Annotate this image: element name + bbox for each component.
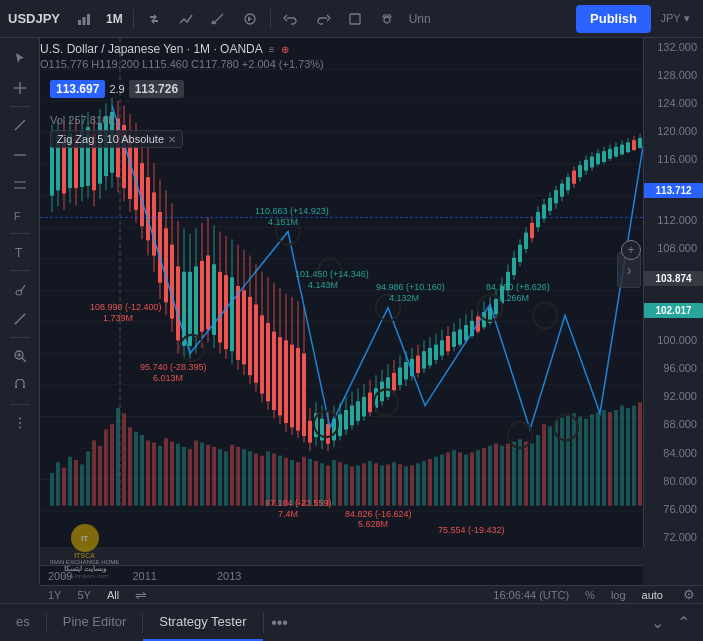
auto-toggle[interactable]: auto bbox=[642, 589, 663, 601]
svg-text:95.740 (-28.395): 95.740 (-28.395) bbox=[140, 360, 206, 371]
compare-btn[interactable] bbox=[140, 5, 168, 33]
channel-btn[interactable] bbox=[6, 171, 34, 199]
svg-rect-51 bbox=[98, 446, 102, 506]
svg-text:4.143M: 4.143M bbox=[308, 279, 338, 290]
currency-dropdown[interactable]: JPY ▾ bbox=[655, 5, 695, 33]
range-5y[interactable]: 5Y bbox=[77, 589, 90, 601]
svg-rect-317 bbox=[572, 171, 576, 184]
current-time: 16:06:44 (UTC) bbox=[493, 589, 569, 601]
zoom-btn[interactable] bbox=[6, 342, 34, 370]
range-all[interactable]: All bbox=[107, 589, 119, 601]
sep5 bbox=[10, 404, 30, 405]
magnet-btn[interactable] bbox=[6, 372, 34, 400]
compare-icon[interactable]: ⇌ bbox=[135, 587, 147, 603]
svg-rect-335 bbox=[626, 142, 630, 152]
chart-pin-icon: ⊕ bbox=[281, 44, 289, 55]
svg-rect-215 bbox=[266, 323, 270, 401]
tab-more-btn[interactable]: ••• bbox=[264, 604, 296, 641]
replay-btn[interactable] bbox=[236, 5, 264, 33]
svg-rect-62 bbox=[164, 438, 168, 505]
svg-rect-73 bbox=[230, 445, 234, 506]
brush-btn[interactable] bbox=[6, 275, 34, 303]
price-change: 2.9 bbox=[109, 83, 124, 95]
svg-rect-71 bbox=[218, 449, 222, 506]
svg-rect-229 bbox=[308, 421, 312, 443]
sep3 bbox=[10, 270, 30, 271]
svg-rect-323 bbox=[590, 157, 594, 168]
svg-text:101.450 (+14.346): 101.450 (+14.346) bbox=[295, 268, 369, 279]
svg-rect-97 bbox=[374, 463, 378, 505]
svg-rect-50 bbox=[92, 440, 96, 505]
svg-text:T: T bbox=[15, 246, 23, 259]
sep bbox=[10, 106, 30, 107]
tab-es[interactable]: es bbox=[0, 604, 46, 641]
time-axis: 2009 2011 2013 bbox=[40, 565, 643, 585]
chart-canvas[interactable]: 110.663 (+14.923) 4.151M 101.450 (+14.34… bbox=[40, 38, 643, 547]
svg-rect-5 bbox=[350, 14, 360, 24]
chart-type-btn[interactable] bbox=[70, 5, 98, 33]
left-toolbar: F T bbox=[0, 38, 40, 585]
tab-expand-btn[interactable]: ⌃ bbox=[671, 611, 695, 635]
tab-pine-editor[interactable]: Pine Editor bbox=[47, 604, 143, 641]
tab-more-icon: ••• bbox=[271, 614, 288, 632]
svg-rect-113 bbox=[470, 452, 474, 505]
top-toolbar: USDJPY 1M Unn Publish JPY ▾ bbox=[0, 0, 703, 38]
add-crosshair-btn[interactable]: + bbox=[621, 240, 641, 260]
fullscreen-btn[interactable] bbox=[341, 5, 369, 33]
undo-btn[interactable] bbox=[277, 5, 305, 33]
cursor-btn[interactable] bbox=[6, 44, 34, 72]
svg-text:108.990 (-12.400): 108.990 (-12.400) bbox=[90, 301, 161, 312]
svg-rect-103 bbox=[410, 465, 414, 505]
svg-rect-107 bbox=[434, 457, 438, 506]
redo-btn[interactable] bbox=[309, 5, 337, 33]
chart-title: U.S. Dollar / Japanese Yen · 1M · OANDA … bbox=[40, 42, 324, 56]
tab-collapse-btn[interactable]: ⌄ bbox=[645, 611, 669, 635]
publish-btn[interactable]: Publish bbox=[576, 5, 651, 33]
indicator-close-btn[interactable]: ✕ bbox=[168, 134, 176, 145]
tab-strategy-tester[interactable]: Strategy Tester bbox=[143, 604, 262, 641]
svg-rect-281 bbox=[464, 325, 468, 340]
tab-arrows: ⌄ ⌃ bbox=[645, 611, 703, 635]
svg-rect-124 bbox=[536, 435, 540, 506]
log-toggle[interactable]: log bbox=[611, 589, 626, 601]
range-1y[interactable]: 1Y bbox=[48, 589, 61, 601]
svg-rect-44 bbox=[56, 462, 60, 506]
percent-toggle[interactable]: % bbox=[585, 589, 595, 601]
current-price: 113.697 bbox=[50, 80, 105, 98]
svg-rect-225 bbox=[296, 348, 300, 431]
snapshot-btn[interactable] bbox=[373, 5, 401, 33]
svg-rect-93 bbox=[350, 467, 354, 506]
svg-rect-257 bbox=[392, 373, 396, 390]
svg-rect-265 bbox=[416, 356, 420, 373]
fibonnaci-btn[interactable]: F bbox=[6, 201, 34, 229]
measure-btn[interactable] bbox=[6, 305, 34, 333]
text-btn[interactable]: T bbox=[6, 238, 34, 266]
svg-rect-54 bbox=[116, 408, 120, 506]
svg-rect-137 bbox=[614, 410, 618, 506]
svg-rect-75 bbox=[242, 449, 246, 506]
crosshair-btn[interactable] bbox=[6, 74, 34, 102]
svg-rect-72 bbox=[224, 451, 228, 505]
svg-rect-331 bbox=[614, 147, 618, 157]
svg-rect-78 bbox=[260, 456, 264, 506]
itsca-arabic: وبسایت ایتسکا bbox=[64, 565, 106, 573]
horizontal-line-btn[interactable] bbox=[6, 141, 34, 169]
more-tools-btn[interactable] bbox=[6, 409, 34, 437]
svg-rect-319 bbox=[578, 165, 582, 177]
itsca-brand: ITSCA bbox=[74, 552, 95, 559]
timeframe-btn[interactable]: 1M bbox=[102, 5, 127, 33]
settings-gear-btn[interactable]: ⚙ bbox=[683, 587, 695, 602]
symbol-label[interactable]: USDJPY bbox=[8, 11, 60, 26]
svg-rect-99 bbox=[386, 464, 390, 505]
trendline-btn[interactable] bbox=[6, 111, 34, 139]
svg-rect-305 bbox=[536, 212, 540, 227]
current-price-tag: 113.712 bbox=[644, 183, 703, 198]
svg-rect-68 bbox=[200, 443, 204, 506]
svg-rect-47 bbox=[74, 460, 78, 506]
tab-pine-editor-label: Pine Editor bbox=[63, 614, 127, 629]
indicators-btn[interactable] bbox=[172, 5, 200, 33]
svg-rect-195 bbox=[206, 256, 210, 330]
svg-rect-245 bbox=[356, 401, 360, 421]
drawing-tools-btn[interactable] bbox=[204, 5, 232, 33]
unn-btn[interactable]: Unn bbox=[405, 12, 435, 26]
